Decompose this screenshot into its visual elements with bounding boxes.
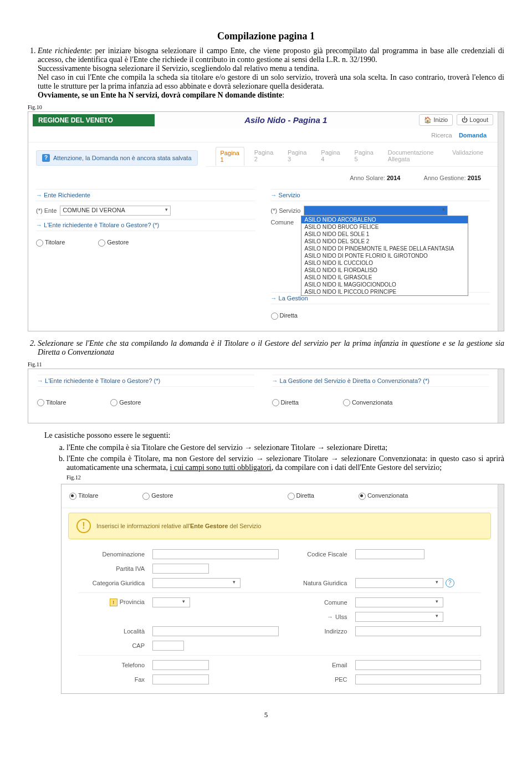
scrollbar[interactable] xyxy=(498,112,504,331)
servizio-dropdown[interactable]: ASILO NIDO ARCOBALENO ASILO NIDO BRUCO F… xyxy=(301,216,468,296)
dropdown-item[interactable]: ASILO NIDO DEL SOLE 1 xyxy=(301,231,468,238)
label-cf: Codice Fiscale xyxy=(287,551,347,558)
input-cap[interactable] xyxy=(152,641,184,651)
tab-pagina3[interactable]: Pagina 3 xyxy=(283,147,311,166)
list-item: l'Ente che compila è Titolare, ma non Ge… xyxy=(66,454,504,480)
dropdown-item[interactable]: ASILO NIDO IL FIORDALISO xyxy=(301,267,468,274)
tab-pagina1[interactable]: Pagina 1 xyxy=(216,147,244,166)
comune-label: Comune xyxy=(271,219,294,226)
label-telefono: Telefono xyxy=(78,662,145,668)
dropdown-item[interactable]: ASILO NIDO IL CUCCIOLO xyxy=(301,259,468,267)
scrollbar[interactable] xyxy=(498,369,504,423)
label-email: Email xyxy=(287,662,347,668)
screenshot-fig10: REGIONE DEL VENETO Asilo Nido - Pagina 1… xyxy=(28,111,504,331)
radio-diretta[interactable]: Diretta xyxy=(271,312,298,320)
select-provincia[interactable] xyxy=(152,597,190,607)
region-banner: REGIONE DEL VENETO xyxy=(33,114,155,126)
radio-diretta[interactable]: Diretta xyxy=(272,399,299,407)
ente-label: (*) Ente xyxy=(36,207,57,214)
input-denominazione[interactable] xyxy=(152,549,279,559)
figure-label: Fig.12 xyxy=(66,474,504,480)
text: Nel caso in cui l'Ente che compila la sc… xyxy=(38,73,504,90)
radio-titolare[interactable]: Titolare xyxy=(37,399,66,407)
ente-select[interactable]: COMUNE DI VERONA xyxy=(60,206,171,216)
label-provincia: !Provincia xyxy=(78,599,145,606)
dropdown-item[interactable]: ASILO NIDO DI PINDEMONTE IL PAESE DELLA … xyxy=(301,245,468,252)
select-catgiur[interactable] xyxy=(152,578,241,588)
input-email[interactable] xyxy=(355,660,482,670)
input-pec[interactable] xyxy=(355,674,482,684)
label-fax: Fax xyxy=(78,676,145,683)
radio-titolare[interactable]: Titolare xyxy=(36,239,65,247)
screenshot-fig12: Titolare Gestore Diretta Convenzionata !… xyxy=(61,484,504,694)
app-title: Asilo Nido - Pagina 1 xyxy=(155,115,417,125)
anno-gestione-value: 2015 xyxy=(468,175,481,181)
anno-gestione-label: Anno Gestione: xyxy=(424,175,466,181)
label-ulss: →Ulss xyxy=(287,614,347,620)
dropdown-item[interactable]: ASILO NIDO IL MAGGIOCIONDOLO xyxy=(301,281,468,288)
input-localita[interactable] xyxy=(152,626,279,636)
anno-solare-label: Anno Solare: xyxy=(350,175,385,181)
banner-text: Inserisci le informazioni relative all'E… xyxy=(96,523,261,529)
exclamation-icon: ! xyxy=(76,519,91,533)
nav-domanda[interactable]: Domanda xyxy=(459,132,487,139)
radio-gestore[interactable]: Gestore xyxy=(98,239,129,247)
input-telefono[interactable] xyxy=(152,660,209,670)
radio-gestore[interactable]: Gestore xyxy=(142,492,173,500)
label-pec: PEC xyxy=(287,676,347,683)
alert-text: Attenzione, la Domanda non è ancora stat… xyxy=(53,155,192,161)
tab-doc[interactable]: Documentazione Allegata xyxy=(383,147,442,166)
help-icon[interactable]: ? xyxy=(446,579,454,587)
radio-diretta[interactable]: Diretta xyxy=(288,492,314,500)
text: Le casistiche possono essere le seguenti… xyxy=(44,431,504,440)
input-cf[interactable] xyxy=(355,549,424,559)
radio-gestore[interactable]: Gestore xyxy=(110,399,141,407)
dropdown-item[interactable]: ASILO NIDO DI PONTE FLORIO IL GIROTONDO xyxy=(301,252,468,259)
input-indirizzo[interactable] xyxy=(355,626,482,636)
home-button[interactable]: 🏠 Inizio xyxy=(419,114,453,126)
dropdown-item[interactable]: ASILO NIDO IL GIRASOLE xyxy=(301,274,468,281)
screenshot-fig11: L'Ente richiedente è Titolare o Gestore?… xyxy=(28,369,504,424)
servizio-select[interactable] xyxy=(304,206,448,216)
label-cap: CAP xyxy=(78,642,145,649)
text: : per iniziare bisogna selezionare il ca… xyxy=(38,47,504,64)
label-catgiur: Categoria Giuridica xyxy=(78,580,145,586)
servizio-label: (*) Servizio xyxy=(271,207,301,214)
question-titolare-gestore: L'Ente richiedente è Titolare o Gestore?… xyxy=(36,219,255,231)
dropdown-item[interactable]: ASILO NIDO BRUCO FELICE xyxy=(301,223,468,231)
tab-pagina4[interactable]: Pagina 4 xyxy=(316,147,344,166)
label-indirizzo: Indirizzo xyxy=(287,628,347,635)
dropdown-item[interactable]: ASILO NIDO IL PICCOLO PRINCIPE xyxy=(301,288,468,295)
text: Successivamente bisogna selezionare il S… xyxy=(38,64,319,73)
tab-pagina5[interactable]: Pagina 5 xyxy=(350,147,378,166)
label-natgiur: Natura Giuridica xyxy=(287,580,347,586)
label-piva: Partita IVA xyxy=(78,565,145,572)
nav-ricerca[interactable]: Ricerca xyxy=(431,132,452,139)
tab-pagina2[interactable]: Pagina 2 xyxy=(250,147,278,166)
page-title: Compilazione pagina 1 xyxy=(28,30,504,42)
radio-titolare[interactable]: Titolare xyxy=(69,492,98,500)
radio-convenzionata[interactable]: Convenzionata xyxy=(343,399,392,407)
question-titolare-gestore: L'Ente richiedente è Titolare o Gestore?… xyxy=(37,375,254,387)
figure-label: Fig.11 xyxy=(28,361,504,367)
select-ulss[interactable] xyxy=(355,612,443,622)
lead-label: Ente richiedente xyxy=(38,47,90,55)
select-comune[interactable] xyxy=(355,597,443,607)
dropdown-item[interactable]: ASILO NIDO ARCOBALENO xyxy=(301,216,468,223)
input-fax[interactable] xyxy=(152,674,209,684)
tab-validazione[interactable]: Validazione xyxy=(448,147,488,166)
section-ente: Ente Richiedente xyxy=(36,189,255,201)
section-servizio: Servizio xyxy=(271,189,490,201)
figure-label: Fig.10 xyxy=(28,104,504,110)
input-piva[interactable] xyxy=(152,564,209,574)
label-denominazione: Denominazione xyxy=(78,551,145,558)
select-natgiur[interactable] xyxy=(355,578,443,588)
logout-button[interactable]: ⏻ Logout xyxy=(457,114,493,125)
warning-icon: ! xyxy=(110,599,117,606)
radio-convenzionata[interactable]: Convenzionata xyxy=(359,492,408,500)
anno-solare-value: 2014 xyxy=(387,175,400,181)
scrollbar[interactable] xyxy=(498,484,504,693)
question-diretta-convenzionata: La Gestione del Servizio è Diretta o Con… xyxy=(272,375,489,387)
dropdown-item[interactable]: ASILO NIDO DEL SOLE 2 xyxy=(301,238,468,245)
warning-icon: ? xyxy=(42,154,50,162)
